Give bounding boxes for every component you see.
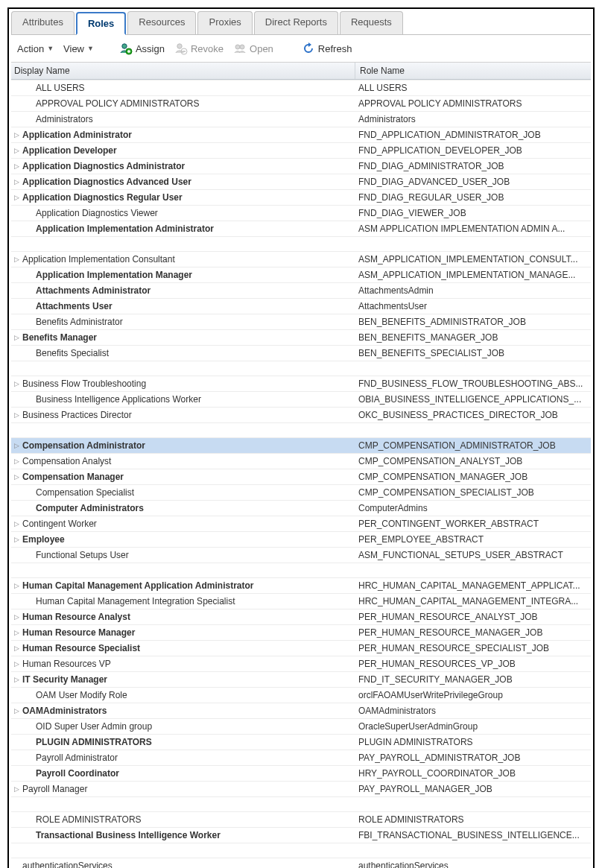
table-row[interactable]: Payroll CoordinatorHRY_PAYROLL_COORDINAT… (11, 765, 591, 781)
expand-icon[interactable]: ▷ (13, 194, 21, 202)
row-role-name: AttachmentsAdmin (355, 284, 591, 297)
table-row[interactable]: PLUGIN ADMINISTRATORSPLUGIN ADMINISTRATO… (11, 734, 591, 750)
expand-icon[interactable]: ▷ (13, 582, 21, 590)
refresh-button[interactable]: Refresh (302, 42, 352, 55)
expand-icon[interactable]: ▷ (13, 613, 21, 621)
table-row[interactable]: ▷Compensation ManagerCMP_COMPENSATION_MA… (11, 469, 591, 484)
table-row[interactable]: Attachments AdministratorAttachmentsAdmi… (11, 282, 591, 298)
tab-resources[interactable]: Resources (127, 11, 196, 34)
table-row[interactable]: ▷Application AdministratorFND_APPLICATIO… (11, 127, 591, 142)
tab-requests[interactable]: Requests (340, 11, 403, 34)
table-row[interactable]: Benefits AdministratorBEN_BENEFITS_ADMIN… (11, 314, 591, 329)
row-display-name: Application Administrator (22, 130, 132, 140)
expand-icon (13, 115, 21, 124)
table-row[interactable]: Computer AdministratorsComputerAdmins (11, 500, 591, 516)
table-row[interactable]: Functional Setups UserASM_FUNCTIONAL_SET… (11, 547, 591, 563)
expand-icon[interactable]: ▷ (13, 442, 21, 450)
table-row[interactable]: ▷Human Resource ManagerPER_HUMAN_RESOURC… (11, 624, 591, 640)
expand-icon[interactable]: ▷ (13, 147, 21, 155)
tab-bar: AttributesRolesResourcesProxiesDirect Re… (11, 11, 591, 35)
row-display-name: authenticationServices (22, 861, 113, 868)
table-row[interactable]: ▷Human Capital Management Application Ad… (11, 577, 591, 593)
table-row[interactable]: ▷IT Security ManagerFND_IT_SECURITY_MANA… (11, 671, 591, 687)
table-row[interactable]: ▷Human Resource SpecialistPER_HUMAN_RESO… (11, 640, 591, 656)
table-row[interactable]: APPROVAL POLICY ADMINISTRATORSAPPROVAL P… (11, 95, 591, 111)
row-display-name: Compensation Administrator (22, 440, 145, 451)
table-row[interactable]: ▷Application Diagnostics Regular UserFND… (11, 189, 591, 205)
expand-icon[interactable]: ▷ (13, 334, 21, 342)
table-row[interactable]: Application Diagnostics ViewerFND_DIAG_V… (11, 205, 591, 221)
table-row[interactable]: ▷Payroll ManagerPAY_PAYROLL_MANAGER_JOB (11, 781, 591, 796)
expand-icon[interactable]: ▷ (13, 644, 21, 653)
expand-icon[interactable]: ▷ (13, 256, 21, 264)
expand-icon[interactable]: ▷ (13, 520, 21, 528)
expand-icon[interactable]: ▷ (13, 629, 21, 637)
view-menu[interactable]: View ▼ (63, 43, 94, 54)
expand-icon (13, 225, 21, 233)
tab-direct-reports[interactable]: Direct Reports (254, 11, 338, 34)
table-row[interactable]: ▷Business Flow TroubleshootingFND_BUSINE… (11, 376, 591, 391)
table-row[interactable]: authenticationServicesauthenticationServ… (11, 858, 591, 868)
header-display-name[interactable]: Display Name (11, 63, 355, 79)
expand-icon[interactable]: ▷ (13, 457, 21, 466)
table-row[interactable]: ▷Benefits ManagerBEN_BENEFITS_MANAGER_JO… (11, 329, 591, 345)
table-row[interactable]: ▷EmployeePER_EMPLOYEE_ABSTRACT (11, 531, 591, 547)
table-row[interactable]: Transactional Business Intelligence Work… (11, 827, 591, 843)
row-role-name: ASM APPLICATION IMPLEMENTATION ADMIN A..… (355, 222, 591, 235)
table-row[interactable]: ▷Contingent WorkerPER_CONTINGENT_WORKER_… (11, 516, 591, 531)
table-row[interactable]: OID Super User Admin groupOracleSuperUse… (11, 718, 591, 734)
table-row[interactable]: ▷Human Resource AnalystPER_HUMAN_RESOURC… (11, 609, 591, 624)
row-role-name: PER_HUMAN_RESOURCE_MANAGER_JOB (355, 626, 591, 639)
table-header: Display Name Role Name (11, 63, 591, 80)
row-display-name: ROLE ADMINISTRATORS (22, 814, 142, 825)
expand-icon[interactable]: ▷ (13, 131, 21, 139)
action-menu[interactable]: Action ▼ (17, 43, 54, 54)
table-row[interactable]: Application Implementation ManagerASM_AP… (11, 267, 591, 282)
table-row[interactable]: Benefits SpecialistBEN_BENEFITS_SPECIALI… (11, 345, 591, 361)
row-display-name: Human Resource Specialist (22, 643, 140, 653)
table-row[interactable]: ▷Compensation AdministratorCMP_COMPENSAT… (11, 437, 591, 453)
table-row[interactable]: ROLE ADMINISTRATORSROLE ADMINISTRATORS (11, 811, 591, 827)
row-display-name: APPROVAL POLICY ADMINISTRATORS (22, 98, 199, 109)
header-role-name[interactable]: Role Name (355, 63, 591, 79)
table-row[interactable]: ▷Human Resources VPPER_HUMAN_RESOURCES_V… (11, 656, 591, 671)
assign-button[interactable]: Assign (119, 42, 165, 55)
table-row[interactable]: ▷Application Diagnostics AdministratorFN… (11, 158, 591, 174)
expand-icon[interactable]: ▷ (13, 162, 21, 171)
table-row[interactable]: Application Implementation Administrator… (11, 221, 591, 236)
row-role-name: PER_CONTINGENT_WORKER_ABSTRACT (355, 517, 591, 530)
table-row[interactable]: Business Intelligence Applications Worke… (11, 391, 591, 407)
table-row[interactable]: Human Capital Management Integration Spe… (11, 593, 591, 609)
expand-icon[interactable]: ▷ (13, 380, 21, 388)
expand-icon[interactable]: ▷ (13, 707, 21, 715)
expand-icon[interactable]: ▷ (13, 411, 21, 419)
table-row[interactable]: ▷Application Implementation ConsultantAS… (11, 251, 591, 267)
expand-icon[interactable]: ▷ (13, 178, 21, 186)
tab-attributes[interactable]: Attributes (11, 11, 75, 34)
table-row[interactable]: ▷OAMAdministratorsOAMAdministrators (11, 703, 591, 718)
tab-roles[interactable]: Roles (76, 12, 126, 35)
expand-icon[interactable]: ▷ (13, 785, 21, 793)
row-role-name: HRC_HUMAN_CAPITAL_MANAGEMENT_APPLICAT... (355, 579, 591, 592)
expand-icon[interactable]: ▷ (13, 676, 21, 684)
table-row[interactable]: Compensation SpecialistCMP_COMPENSATION_… (11, 484, 591, 500)
table-row[interactable]: Attachments UserAttachmentsUser (11, 298, 591, 314)
table-row[interactable]: ▷Business Practices DirectorOKC_BUSINESS… (11, 407, 591, 422)
gap-row (11, 843, 591, 858)
expand-icon[interactable]: ▷ (13, 536, 21, 544)
row-display-name: Human Capital Management Integration Spe… (22, 596, 235, 606)
tab-proxies[interactable]: Proxies (197, 11, 252, 34)
row-role-name: PAY_PAYROLL_ADMINISTRATOR_JOB (355, 751, 591, 764)
table-row[interactable]: ALL USERSALL USERS (11, 80, 591, 95)
table-row[interactable]: OAM User Modify RoleorclFAOAMUserWritePr… (11, 687, 591, 703)
row-role-name: PAY_PAYROLL_MANAGER_JOB (355, 782, 591, 796)
row-display-name: Application Implementation Administrator (22, 224, 214, 234)
table-row[interactable]: AdministratorsAdministrators (11, 111, 591, 127)
table-row[interactable]: ▷Application DeveloperFND_APPLICATION_DE… (11, 142, 591, 158)
expand-icon[interactable]: ▷ (13, 473, 21, 481)
table-row[interactable]: ▷Application Diagnostics Advanced UserFN… (11, 174, 591, 189)
expand-icon[interactable]: ▷ (13, 660, 21, 668)
table-row[interactable]: ▷Compensation AnalystCMP_COMPENSATION_AN… (11, 453, 591, 469)
expand-icon (13, 551, 21, 560)
table-row[interactable]: Payroll AdministratorPAY_PAYROLL_ADMINIS… (11, 750, 591, 765)
